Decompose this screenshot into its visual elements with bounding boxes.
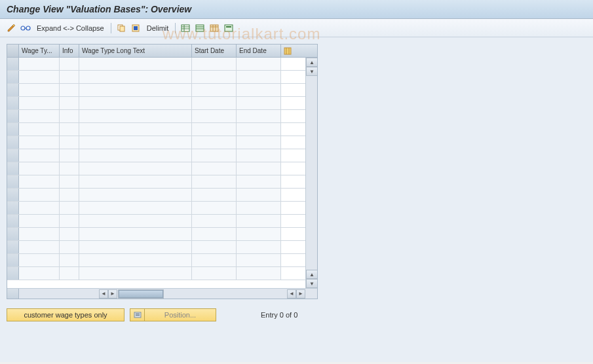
- cell-long-text[interactable]: [79, 175, 192, 188]
- table-config-icon[interactable]: [281, 45, 294, 57]
- cell-wage-type[interactable]: [19, 71, 60, 83]
- cell-wage-type[interactable]: [19, 202, 60, 214]
- col-info[interactable]: Info: [60, 45, 79, 57]
- cell-info[interactable]: [60, 241, 79, 253]
- table-row[interactable]: [7, 110, 305, 123]
- cell-start-date[interactable]: [192, 71, 237, 83]
- cell-info[interactable]: [60, 175, 79, 188]
- cell-info[interactable]: [60, 58, 79, 70]
- table-row[interactable]: [7, 162, 305, 175]
- cell-long-text[interactable]: [79, 202, 192, 214]
- cell-start-date[interactable]: [192, 97, 237, 109]
- cell-info[interactable]: [60, 162, 79, 175]
- cell-end-date[interactable]: [237, 228, 281, 240]
- cell-end-date[interactable]: [237, 84, 281, 96]
- table-icon-1[interactable]: [180, 22, 191, 34]
- cell-long-text[interactable]: [79, 189, 192, 201]
- cell-start-date[interactable]: [192, 228, 237, 240]
- hscroll-left-icon[interactable]: ◄: [99, 289, 108, 299]
- cell-info[interactable]: [60, 71, 79, 83]
- cell-long-text[interactable]: [79, 58, 192, 70]
- cell-wage-type[interactable]: [19, 189, 60, 201]
- cell-long-text[interactable]: [79, 254, 192, 266]
- cell-start-date[interactable]: [192, 149, 237, 162]
- table-row[interactable]: [7, 175, 305, 189]
- cell-end-date[interactable]: [237, 123, 281, 136]
- scroll-down-icon[interactable]: ▼: [306, 67, 317, 76]
- hscroll-right-icon-2[interactable]: ►: [296, 289, 305, 299]
- cell-long-text[interactable]: [79, 215, 192, 227]
- cell-long-text[interactable]: [79, 149, 192, 162]
- cell-start-date[interactable]: [192, 123, 237, 136]
- table-row[interactable]: [7, 84, 305, 97]
- row-selector[interactable]: [7, 202, 19, 214]
- cell-wage-type[interactable]: [19, 84, 60, 96]
- cell-end-date[interactable]: [237, 58, 281, 70]
- col-long-text[interactable]: Wage Type Long Text: [79, 45, 192, 57]
- cell-end-date[interactable]: [237, 136, 281, 149]
- table-icon-2[interactable]: [194, 22, 206, 34]
- cell-start-date[interactable]: [192, 241, 237, 253]
- cell-end-date[interactable]: [237, 267, 281, 280]
- cell-wage-type[interactable]: [19, 254, 60, 266]
- row-selector[interactable]: [7, 254, 19, 266]
- delimit-button[interactable]: Delimit: [144, 24, 172, 32]
- cell-long-text[interactable]: [79, 110, 192, 122]
- cell-end-date[interactable]: [237, 110, 281, 122]
- cell-info[interactable]: [60, 228, 79, 240]
- cell-start-date[interactable]: [192, 58, 237, 70]
- cell-start-date[interactable]: [192, 189, 237, 201]
- cell-wage-type[interactable]: [19, 58, 60, 70]
- cell-long-text[interactable]: [79, 71, 192, 83]
- cell-info[interactable]: [60, 97, 79, 109]
- cell-wage-type[interactable]: [19, 215, 60, 227]
- copy-icon[interactable]: [115, 22, 127, 34]
- row-selector[interactable]: [7, 97, 19, 109]
- select-all-header[interactable]: [7, 45, 19, 57]
- cell-wage-type[interactable]: [19, 175, 60, 188]
- table-row[interactable]: [7, 97, 305, 110]
- hscroll-track[interactable]: [118, 289, 164, 299]
- table-row[interactable]: [7, 58, 305, 71]
- cell-wage-type[interactable]: [19, 149, 60, 162]
- row-selector[interactable]: [7, 71, 19, 83]
- scroll-up-icon[interactable]: ▲: [306, 58, 317, 67]
- table-row[interactable]: [7, 267, 305, 280]
- scroll-up-icon-2[interactable]: ▲: [306, 270, 317, 279]
- cell-info[interactable]: [60, 189, 79, 201]
- table-row[interactable]: [7, 254, 305, 267]
- cell-end-date[interactable]: [237, 162, 281, 175]
- cell-end-date[interactable]: [237, 175, 281, 188]
- table-row[interactable]: [7, 202, 305, 215]
- table-row[interactable]: [7, 215, 305, 228]
- col-start-date[interactable]: Start Date: [192, 45, 237, 57]
- cell-end-date[interactable]: [237, 215, 281, 227]
- cell-info[interactable]: [60, 123, 79, 136]
- customer-wage-types-button[interactable]: customer wage types only: [7, 308, 124, 321]
- vertical-scrollbar[interactable]: ▲ ▼ ▲ ▼: [305, 58, 317, 288]
- cell-long-text[interactable]: [79, 136, 192, 149]
- cell-long-text[interactable]: [79, 241, 192, 253]
- cell-end-date[interactable]: [237, 202, 281, 214]
- cell-wage-type[interactable]: [19, 241, 60, 253]
- cell-long-text[interactable]: [79, 267, 192, 280]
- row-selector[interactable]: [7, 110, 19, 122]
- cell-info[interactable]: [60, 149, 79, 162]
- cell-info[interactable]: [60, 254, 79, 266]
- row-selector[interactable]: [7, 84, 19, 96]
- row-selector[interactable]: [7, 241, 19, 253]
- col-wage-type[interactable]: Wage Ty...: [19, 45, 60, 57]
- table-row[interactable]: [7, 123, 305, 136]
- table-row[interactable]: [7, 149, 305, 162]
- position-button[interactable]: Position...: [130, 308, 216, 321]
- cell-start-date[interactable]: [192, 110, 237, 122]
- cell-long-text[interactable]: [79, 228, 192, 240]
- table-row[interactable]: [7, 71, 305, 84]
- cell-long-text[interactable]: [79, 123, 192, 136]
- table-row[interactable]: [7, 136, 305, 149]
- hscroll-right-icon[interactable]: ►: [108, 289, 117, 299]
- table-icon-3[interactable]: [208, 22, 220, 34]
- cell-long-text[interactable]: [79, 162, 192, 175]
- row-selector[interactable]: [7, 189, 19, 201]
- cell-wage-type[interactable]: [19, 228, 60, 240]
